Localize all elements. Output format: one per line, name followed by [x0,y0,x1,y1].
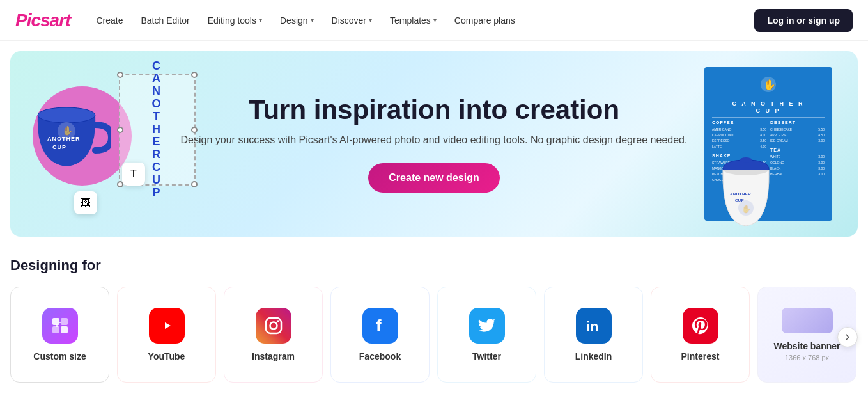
svg-rect-18 [61,326,68,333]
nav-compare-plans[interactable]: Compare plans [454,15,515,26]
svg-text:CUP: CUP [52,144,66,150]
design-card-pinterest[interactable]: Pinterest [651,287,750,383]
linkedin-label: LinkedIn [575,351,612,361]
svg-point-10 [740,157,752,163]
svg-rect-16 [61,318,68,325]
svg-point-24 [270,322,277,330]
login-button[interactable]: Log in or sign up [754,9,853,32]
svg-text:ANOTHER: ANOTHER [730,192,751,196]
twitter-icon [469,308,505,344]
svg-rect-23 [266,318,281,333]
text-tool-icon[interactable]: T [122,163,145,186]
create-new-design-button[interactable]: Create new design [368,163,499,193]
nav-create[interactable]: Create [96,15,123,26]
nav-discover[interactable]: Discover ▾ [332,15,372,26]
nav-batch-editor[interactable]: Batch Editor [141,15,189,26]
brand-logo[interactable]: Picsart [15,10,70,31]
nav-design[interactable]: Design ▾ [280,15,314,26]
svg-text:f: f [376,316,382,335]
svg-rect-17 [52,326,59,333]
svg-text:✋: ✋ [763,79,776,91]
twitter-label: Twitter [472,351,501,361]
svg-rect-15 [52,318,59,325]
hero-subtitle: Design your success with Picsart's AI-po… [181,132,688,148]
svg-point-1 [38,107,95,123]
custom-size-label: Custom size [33,351,86,361]
nav-links: Create Batch Editor Editing tools ▾ Desi… [96,15,754,26]
menu-card-title: C A N O T H E RC U P [712,100,825,115]
design-card-twitter[interactable]: Twitter [437,287,536,383]
design-card-custom[interactable]: Custom size [10,287,109,383]
designing-for-section: Designing for Custom size [0,237,868,398]
cards-wrapper: Custom size YouTube [10,287,858,388]
chevron-down-icon: ▾ [433,17,437,24]
pinterest-icon [683,308,718,344]
menu-divider [712,117,825,118]
hero-center-content: Turn inspiration into creation Design yo… [181,95,688,193]
facebook-label: Facebook [359,351,401,361]
website-banner-preview [782,308,833,333]
svg-point-25 [277,320,279,322]
section-title: Designing for [10,257,858,274]
nav-templates[interactable]: Templates ▾ [390,15,437,26]
hero-title: Turn inspiration into creation [181,95,688,125]
chevron-down-icon: ▾ [259,17,262,24]
youtube-label: YouTube [148,351,185,361]
pinterest-label: Pinterest [681,351,720,361]
svg-text:in: in [586,319,599,335]
scroll-right-arrow[interactable] [837,327,858,347]
design-card-facebook[interactable]: f Facebook [330,287,430,383]
design-card-youtube[interactable]: YouTube [117,287,216,383]
svg-text:✋: ✋ [741,204,751,214]
custom-size-icon [42,308,78,344]
facebook-icon: f [362,308,398,344]
website-banner-label: Website banner [774,341,841,351]
navbar: Picsart Create Batch Editor Editing tool… [0,0,868,41]
hero-banner: ANOTHER CUP ✋ CANOTHERCUP 🖼 T [10,51,858,237]
youtube-icon [149,308,185,344]
design-card-linkedin[interactable]: in LinkedIn [544,287,643,383]
instagram-label: Instagram [252,351,295,361]
linkedin-icon: in [576,308,612,344]
svg-text:✋: ✋ [62,125,74,136]
design-card-instagram[interactable]: Instagram [224,287,323,383]
design-cards-row: Custom size YouTube [10,287,858,388]
mug-illustration: ANOTHER CUP ✋ [28,80,111,176]
nav-editing-tools[interactable]: Editing tools ▾ [208,15,262,26]
hero-right-illustration: ✋ C A N O T H E RC U P COFFEE AMERICANO3… [704,64,845,224]
chevron-down-icon: ▾ [369,17,372,24]
menu-card-logo: ✋ [712,75,825,97]
cup-front-illustration: ANOTHER CUP ✋ [717,157,775,234]
chevron-down-icon: ▾ [311,17,314,24]
sticker-tool-icon[interactable]: 🖼 [74,191,97,214]
website-banner-size: 1366 x 768 px [785,354,829,361]
instagram-icon [256,308,291,344]
